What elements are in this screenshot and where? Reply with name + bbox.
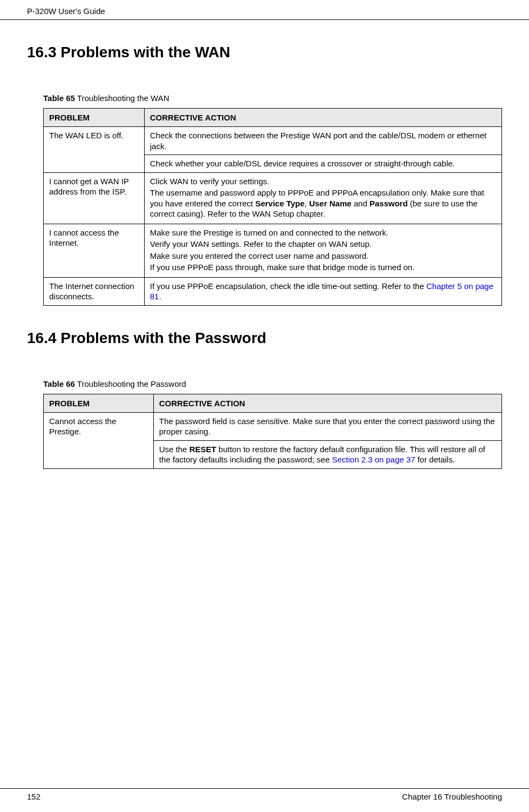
col-header-action: CORRECTIVE ACTION [144, 109, 501, 127]
table-row: I cannot access the Internet. Make sure … [44, 224, 502, 277]
action-para: Verify your WAN settings. Refer to the c… [150, 239, 496, 250]
action-para: The username and password apply to PPPoE… [150, 187, 496, 219]
table-caption-password: Table 66 Troubleshooting the Password [43, 379, 502, 388]
text-fragment: for details. [415, 455, 455, 464]
chapter-label: Chapter 16 Troubleshooting [402, 792, 502, 801]
cell-problem: I cannot access the Internet. [44, 224, 145, 277]
table-number: Table 66 [43, 379, 75, 388]
table-header-row: PROBLEM CORRECTIVE ACTION [44, 394, 502, 412]
text-fragment: If you use PPPoE encapsulation, check th… [150, 281, 426, 291]
action-para: Click WAN to verify your settings. [150, 176, 496, 187]
text-fragment: and [351, 199, 369, 208]
bold-text: Password [369, 199, 408, 208]
cell-action: If you use PPPoE encapsulation, check th… [144, 277, 501, 305]
table-row: The Internet connection disconnects. If … [44, 277, 502, 305]
cell-action: The password field is case sensitive. Ma… [153, 412, 501, 440]
bold-text: User Name [309, 199, 351, 208]
header-title: P-320W User's Guide [27, 6, 105, 16]
table-row: The WAN LED is off. Check the connection… [44, 127, 502, 155]
cell-problem: I cannot get a WAN IP address from the I… [44, 172, 145, 224]
cross-reference-link[interactable]: Section 2.3 on page 37 [332, 455, 415, 464]
table-title: Troubleshooting the Password [75, 379, 186, 388]
table-row: Cannot access the Prestige. The password… [44, 412, 502, 440]
cell-action: Check whether your cable/DSL device requ… [144, 155, 501, 173]
page-footer: 152 Chapter 16 Troubleshooting [0, 788, 529, 801]
page-header: P-320W User's Guide [0, 6, 529, 20]
table-header-row: PROBLEM CORRECTIVE ACTION [44, 109, 502, 127]
section-heading-wan: 16.3 Problems with the WAN [27, 44, 502, 61]
action-para: Make sure the Prestige is turned on and … [150, 227, 496, 238]
table-title: Troubleshooting the WAN [75, 93, 169, 103]
col-header-problem: PROBLEM [44, 109, 145, 127]
cell-problem: The WAN LED is off. [44, 127, 145, 173]
text-fragment: . [159, 292, 161, 301]
page-number: 152 [27, 792, 40, 801]
table-number: Table 65 [43, 93, 75, 103]
col-header-action: CORRECTIVE ACTION [153, 394, 501, 412]
text-fragment: , [304, 199, 309, 208]
action-para: Make sure you entered the correct user n… [150, 251, 496, 261]
cell-action: Click WAN to verify your settings. The u… [144, 172, 501, 224]
cell-action: Make sure the Prestige is turned on and … [144, 224, 501, 277]
cell-action: Check the connections between the Presti… [144, 127, 501, 155]
bold-text: RESET [189, 445, 216, 454]
table-wan: PROBLEM CORRECTIVE ACTION The WAN LED is… [43, 108, 502, 306]
cell-problem: Cannot access the Prestige. [44, 412, 154, 468]
table-password: PROBLEM CORRECTIVE ACTION Cannot access … [43, 394, 502, 469]
action-para: If you use PPPoE pass through, make sure… [150, 262, 496, 273]
table-caption-wan: Table 65 Troubleshooting the WAN [43, 93, 502, 103]
cell-action: Use the RESET button to restore the fact… [153, 440, 501, 468]
text-fragment: Use the [159, 445, 189, 454]
bold-text: Service Type [255, 199, 304, 208]
section-heading-password: 16.4 Problems with the Password [27, 330, 502, 347]
cell-problem: The Internet connection disconnects. [44, 277, 145, 305]
page-content: 16.3 Problems with the WAN Table 65 Trou… [0, 44, 529, 469]
col-header-problem: PROBLEM [44, 394, 154, 412]
table-row: I cannot get a WAN IP address from the I… [44, 172, 502, 224]
